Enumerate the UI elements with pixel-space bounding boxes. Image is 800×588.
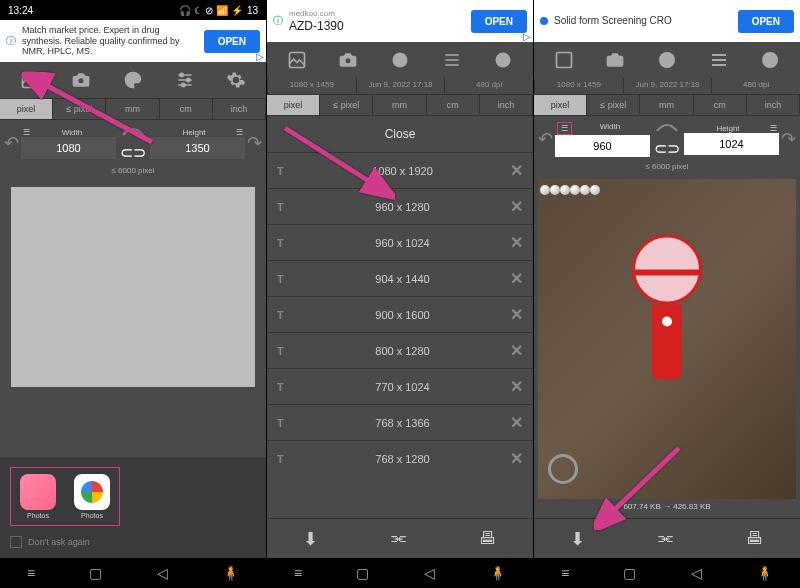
nav-accessibility-icon[interactable]: 🧍 <box>489 565 506 581</box>
ad-close-icon[interactable]: ▷ <box>256 51 264 62</box>
image-meta: 1080 x 1459Jun 9, 2022 17:18480 dpi <box>534 78 800 94</box>
nav-recent-icon[interactable]: ≡ <box>294 565 302 581</box>
close-button[interactable]: Close <box>267 116 533 152</box>
gear-icon[interactable] <box>758 48 782 72</box>
ad-open-button[interactable]: OPEN <box>204 30 260 53</box>
unit-tab-inch[interactable]: inch <box>480 94 533 116</box>
unit-tab-cm[interactable]: cm <box>160 98 213 120</box>
delete-icon[interactable]: ✕ <box>510 269 523 288</box>
nav-recent-icon[interactable]: ≡ <box>27 565 35 581</box>
camera-icon[interactable] <box>603 48 627 72</box>
delete-icon[interactable]: ✕ <box>510 197 523 216</box>
ad-dot-icon <box>540 17 548 25</box>
unit-tab-inch[interactable]: inch <box>747 94 800 116</box>
nav-back-icon[interactable]: ◁ <box>157 565 168 581</box>
unit-tab-lte-pixel[interactable]: ≤ pixel <box>53 98 106 120</box>
app-photos-2[interactable]: Photos <box>71 474 113 519</box>
size-preset-list[interactable]: T1080 x 1920✕ T960 x 1280✕ T960 x 1024✕ … <box>267 152 533 518</box>
width-input[interactable] <box>555 135 650 157</box>
delete-icon[interactable]: ✕ <box>510 305 523 324</box>
top-toolbar <box>0 62 266 98</box>
svg-rect-12 <box>556 53 571 68</box>
gallery-icon[interactable] <box>18 68 42 92</box>
print-icon[interactable]: 🖶 <box>479 528 497 549</box>
undo-icon[interactable]: ↶ <box>4 132 19 154</box>
unit-tab-pixel[interactable]: pixel <box>0 98 53 120</box>
unit-tab-pixel[interactable]: pixel <box>534 94 587 116</box>
ad-open-button[interactable]: OPEN <box>738 10 794 33</box>
hamburger-icon[interactable]: ☰ <box>236 128 243 137</box>
nav-accessibility-icon[interactable]: 🧍 <box>222 565 239 581</box>
delete-icon[interactable]: ✕ <box>510 449 523 468</box>
delete-icon[interactable]: ✕ <box>510 341 523 360</box>
app-photos-1[interactable]: Photos <box>17 474 59 519</box>
download-icon[interactable]: ⬇ <box>570 528 585 550</box>
nav-home-icon[interactable]: ▢ <box>89 565 102 581</box>
unit-tab-mm[interactable]: mm <box>640 94 693 116</box>
height-input[interactable] <box>150 137 245 159</box>
unit-tab-lte-pixel[interactable]: ≤ pixel <box>587 94 640 116</box>
redo-icon[interactable]: ↷ <box>781 128 796 150</box>
ad-banner[interactable]: ⓘ Match market price. Expert in drug syn… <box>0 20 266 62</box>
redo-icon[interactable]: ↷ <box>247 132 262 154</box>
camera-icon[interactable] <box>69 68 93 92</box>
sliders-icon[interactable] <box>707 48 731 72</box>
nav-recent-icon[interactable]: ≡ <box>561 565 569 581</box>
gear-icon[interactable] <box>224 68 248 92</box>
image-preview[interactable]: 607.74 KB → 426.83 KB <box>534 175 800 518</box>
sliders-icon[interactable] <box>440 48 464 72</box>
nav-accessibility-icon[interactable]: 🧍 <box>756 565 773 581</box>
delete-icon[interactable]: ✕ <box>510 233 523 252</box>
width-input[interactable] <box>21 137 116 159</box>
image-placeholder[interactable] <box>11 187 255 387</box>
unit-tab-lte-pixel[interactable]: ≤ pixel <box>320 94 373 116</box>
size-row[interactable]: T904 x 1440✕ <box>267 260 533 296</box>
gallery-icon[interactable] <box>285 48 309 72</box>
height-input[interactable] <box>684 133 779 155</box>
unit-tab-pixel[interactable]: pixel <box>267 94 320 116</box>
gear-icon[interactable] <box>491 48 515 72</box>
share-icon[interactable]: ⫘ <box>389 528 407 549</box>
size-row[interactable]: T768 x 1280✕ <box>267 440 533 476</box>
ad-close-icon[interactable]: ▷ <box>523 31 531 42</box>
nav-home-icon[interactable]: ▢ <box>356 565 369 581</box>
print-icon[interactable]: 🖶 <box>746 528 764 549</box>
size-row[interactable]: T768 x 1366✕ <box>267 404 533 440</box>
unit-tab-mm[interactable]: mm <box>106 98 159 120</box>
download-icon[interactable]: ⬇ <box>303 528 318 550</box>
gallery-icon[interactable] <box>552 48 576 72</box>
camera-icon[interactable] <box>336 48 360 72</box>
undo-icon[interactable]: ↶ <box>538 128 553 150</box>
size-row[interactable]: T960 x 1280✕ <box>267 188 533 224</box>
delete-icon[interactable]: ✕ <box>510 413 523 432</box>
size-row[interactable]: T770 x 1024✕ <box>267 368 533 404</box>
size-row[interactable]: T800 x 1280✕ <box>267 332 533 368</box>
sliders-icon[interactable] <box>173 68 197 92</box>
limit-text: ≤ 6000 pixel <box>0 166 266 179</box>
unit-tab-cm[interactable]: cm <box>427 94 480 116</box>
unit-tab-cm[interactable]: cm <box>694 94 747 116</box>
size-row[interactable]: T900 x 1600✕ <box>267 296 533 332</box>
palette-icon[interactable] <box>388 48 412 72</box>
hamburger-icon[interactable]: ☰ <box>557 122 572 135</box>
unit-tab-mm[interactable]: mm <box>373 94 426 116</box>
size-row[interactable]: T960 x 1024✕ <box>267 224 533 260</box>
swap-icon[interactable]: ⊂⊃ <box>118 125 148 162</box>
hamburger-icon[interactable]: ☰ <box>770 124 777 133</box>
ad-banner[interactable]: ⓘ medkoo.com AZD-1390 OPEN ▷ <box>267 0 533 42</box>
dont-ask-checkbox[interactable]: Don't ask again <box>10 536 256 548</box>
unit-tab-inch[interactable]: inch <box>213 98 266 120</box>
palette-icon[interactable] <box>655 48 679 72</box>
nav-back-icon[interactable]: ◁ <box>691 565 702 581</box>
palette-icon[interactable] <box>121 68 145 92</box>
ad-banner[interactable]: Solid form Screening CRO OPEN <box>534 0 800 42</box>
delete-icon[interactable]: ✕ <box>510 161 523 180</box>
ad-open-button[interactable]: OPEN <box>471 10 527 33</box>
nav-back-icon[interactable]: ◁ <box>424 565 435 581</box>
share-icon[interactable]: ⫘ <box>656 528 674 549</box>
delete-icon[interactable]: ✕ <box>510 377 523 396</box>
hamburger-icon[interactable]: ☰ <box>23 128 30 137</box>
nav-home-icon[interactable]: ▢ <box>623 565 636 581</box>
size-row[interactable]: T1080 x 1920✕ <box>267 152 533 188</box>
swap-icon[interactable]: ⊂⊃ <box>652 121 682 158</box>
